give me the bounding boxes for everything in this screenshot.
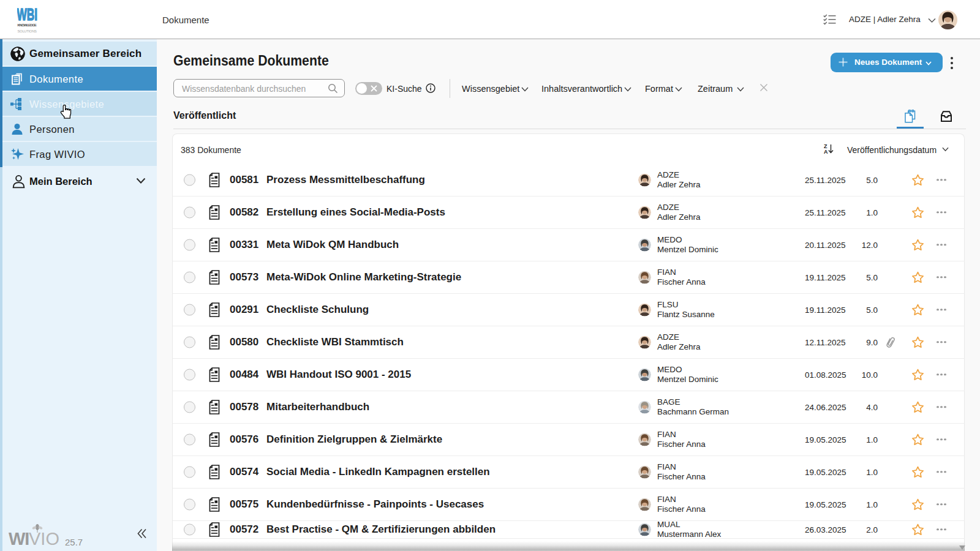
svg-text:VIO: VIO: [29, 529, 59, 549]
svg-text:25.7: 25.7: [65, 537, 83, 547]
svg-text:A: A: [824, 149, 828, 154]
svg-text:WBI: WBI: [17, 6, 37, 24]
svg-text:SOLUTIONS: SOLUTIONS: [18, 29, 37, 33]
svg-text:KNOWLEDGE: KNOWLEDGE: [18, 23, 37, 27]
svg-text:WI: WI: [9, 529, 29, 549]
